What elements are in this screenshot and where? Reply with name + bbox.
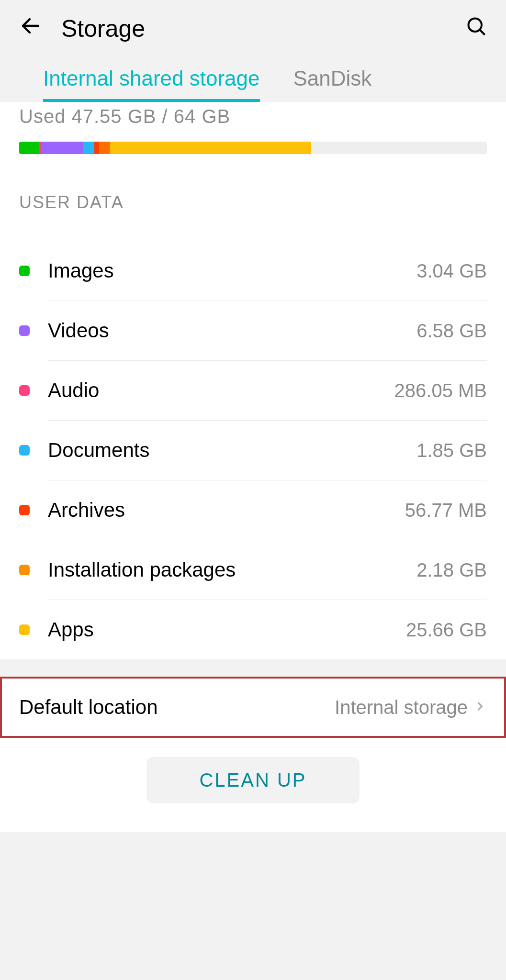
category-row-packages[interactable]: Installation packages 2.18 GB bbox=[19, 540, 487, 600]
bar-segment-packages bbox=[99, 142, 110, 154]
usage-text: Used 47.55 GB / 64 GB bbox=[19, 102, 487, 142]
swatch-icon bbox=[19, 505, 30, 515]
tabs: Internal shared storage SanDisk bbox=[19, 67, 487, 102]
swatch-icon bbox=[19, 445, 30, 456]
category-value: 2.18 GB bbox=[416, 559, 487, 581]
bar-segment-images bbox=[19, 142, 39, 154]
default-location-value: Internal storage bbox=[335, 697, 468, 718]
clean-up-button[interactable]: CLEAN UP bbox=[146, 757, 359, 803]
svg-line-2 bbox=[480, 30, 484, 34]
header-top: Storage bbox=[19, 14, 487, 67]
bar-segment-videos bbox=[42, 142, 83, 154]
swatch-icon bbox=[19, 266, 30, 276]
bar-segment-archives bbox=[94, 142, 99, 154]
category-value: 3.04 GB bbox=[416, 260, 487, 282]
category-row-apps[interactable]: Apps 25.66 GB bbox=[19, 600, 487, 659]
category-label: Videos bbox=[48, 319, 416, 342]
category-row-documents[interactable]: Documents 1.85 GB bbox=[19, 421, 487, 480]
category-value: 25.66 GB bbox=[406, 619, 487, 641]
tab-sandisk[interactable]: SanDisk bbox=[293, 67, 372, 102]
category-row-videos[interactable]: Videos 6.58 GB bbox=[19, 301, 487, 360]
bar-segment-apps bbox=[110, 142, 311, 154]
default-location-row[interactable]: Default location Internal storage bbox=[0, 677, 506, 738]
storage-bar bbox=[19, 142, 487, 154]
back-icon[interactable] bbox=[19, 14, 42, 43]
search-icon[interactable] bbox=[466, 16, 487, 42]
category-row-images[interactable]: Images 3.04 GB bbox=[19, 241, 487, 301]
category-value: 6.58 GB bbox=[416, 320, 487, 342]
category-list: Images 3.04 GB Videos 6.58 GB Audio 286.… bbox=[19, 241, 487, 659]
category-label: Archives bbox=[48, 499, 405, 522]
section-header-user-data: USER DATA bbox=[19, 192, 487, 241]
chevron-right-icon bbox=[473, 697, 487, 717]
category-row-audio[interactable]: Audio 286.05 MB bbox=[19, 361, 487, 420]
category-label: Apps bbox=[48, 618, 406, 641]
header: Storage Internal shared storage SanDisk bbox=[0, 0, 506, 102]
category-row-archives[interactable]: Archives 56.77 MB bbox=[19, 480, 487, 540]
category-label: Installation packages bbox=[48, 558, 416, 581]
section-gap bbox=[0, 659, 506, 677]
main-content: Used 47.55 GB / 64 GB USER DATA Images 3… bbox=[0, 102, 506, 659]
category-label: Audio bbox=[48, 379, 394, 402]
default-location-label: Default location bbox=[19, 696, 335, 719]
category-label: Images bbox=[48, 259, 416, 282]
category-value: 286.05 MB bbox=[394, 380, 487, 401]
swatch-icon bbox=[19, 385, 30, 396]
swatch-icon bbox=[19, 325, 30, 336]
tab-internal-storage[interactable]: Internal shared storage bbox=[43, 67, 260, 102]
category-label: Documents bbox=[48, 439, 416, 462]
category-value: 56.77 MB bbox=[405, 500, 487, 521]
page-title: Storage bbox=[61, 15, 447, 43]
swatch-icon bbox=[19, 565, 30, 575]
category-value: 1.85 GB bbox=[416, 440, 487, 461]
bar-segment-documents bbox=[83, 142, 94, 154]
swatch-icon bbox=[19, 624, 30, 635]
footer: CLEAN UP bbox=[0, 738, 506, 832]
